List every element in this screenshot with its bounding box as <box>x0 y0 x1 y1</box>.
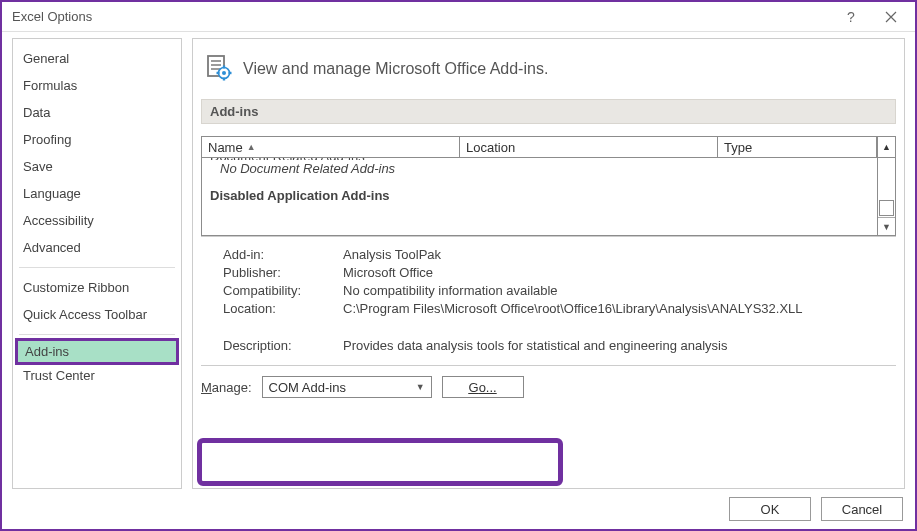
main-panel: View and manage Microsoft Office Add-ins… <box>192 38 905 489</box>
go-button[interactable]: Go... <box>442 376 524 398</box>
sidebar-item-save[interactable]: Save <box>13 153 181 180</box>
scroll-down-button[interactable]: ▼ <box>878 217 895 235</box>
detail-value-location: C:\Program Files\Microsoft Office\root\O… <box>343 301 892 316</box>
cancel-button[interactable]: Cancel <box>821 497 903 521</box>
sidebar-item-trust-center[interactable]: Trust Center <box>13 362 181 389</box>
detail-label: Publisher: <box>223 265 343 280</box>
grid-body[interactable]: Document Related Add-ins No Document Rel… <box>202 158 877 235</box>
tutorial-highlight <box>197 438 563 486</box>
manage-label: Manage: <box>201 380 252 395</box>
page-heading: View and manage Microsoft Office Add-ins… <box>243 60 548 78</box>
manage-select[interactable]: COM Add-ins ▼ <box>262 376 432 398</box>
chevron-down-icon: ▼ <box>882 222 891 232</box>
sidebar-item-accessibility[interactable]: Accessibility <box>13 207 181 234</box>
close-button[interactable] <box>871 3 911 31</box>
sidebar: General Formulas Data Proofing Save Lang… <box>12 38 182 489</box>
help-button[interactable]: ? <box>831 3 871 31</box>
close-icon <box>885 11 897 23</box>
chevron-down-icon: ▼ <box>416 382 425 392</box>
sidebar-item-formulas[interactable]: Formulas <box>13 72 181 99</box>
sort-asc-icon: ▲ <box>247 142 256 152</box>
svg-rect-9 <box>229 72 232 74</box>
scrollbar-thumb[interactable] <box>879 200 894 216</box>
empty-group-text: No Document Related Add-ins <box>206 160 873 177</box>
svg-rect-6 <box>223 66 225 69</box>
svg-point-5 <box>222 71 226 75</box>
detail-label: Add-in: <box>223 247 343 262</box>
detail-label: Description: <box>223 338 343 353</box>
chevron-up-icon: ▲ <box>882 142 891 152</box>
detail-value-description: Provides data analysis tools for statist… <box>343 338 892 353</box>
sidebar-separator <box>19 267 175 268</box>
titlebar: Excel Options ? <box>2 2 915 32</box>
group-header: Disabled Application Add-ins <box>206 187 873 204</box>
svg-rect-7 <box>223 78 225 81</box>
manage-selected-value: COM Add-ins <box>269 380 346 395</box>
detail-value-publisher: Microsoft Office <box>343 265 892 280</box>
column-name[interactable]: Name ▲ <box>202 137 460 157</box>
grid-header: Name ▲ Location Type ▲ <box>201 136 896 158</box>
detail-value-addin: Analysis ToolPak <box>343 247 892 262</box>
detail-value-compat: No compatibility information available <box>343 283 892 298</box>
sidebar-item-language[interactable]: Language <box>13 180 181 207</box>
column-type[interactable]: Type <box>718 137 877 157</box>
section-header: Add-ins <box>201 99 896 124</box>
svg-rect-8 <box>217 72 220 74</box>
sidebar-item-general[interactable]: General <box>13 45 181 72</box>
sidebar-item-advanced[interactable]: Advanced <box>13 234 181 261</box>
manage-bar: Manage: COM Add-ins ▼ Go... <box>201 376 896 404</box>
detail-label: Compatibility: <box>223 283 343 298</box>
window-title: Excel Options <box>12 9 831 24</box>
dialog-footer: OK Cancel <box>2 489 915 529</box>
sidebar-item-proofing[interactable]: Proofing <box>13 126 181 153</box>
scroll-up-button[interactable]: ▲ <box>877 137 895 157</box>
ok-button[interactable]: OK <box>729 497 811 521</box>
column-location[interactable]: Location <box>460 137 718 157</box>
sidebar-item-customize-ribbon[interactable]: Customize Ribbon <box>13 274 181 301</box>
addin-details: Add-in: Analysis ToolPak Publisher: Micr… <box>201 237 896 361</box>
sidebar-item-addins[interactable]: Add-ins <box>15 338 179 365</box>
sidebar-item-qat[interactable]: Quick Access Toolbar <box>13 301 181 328</box>
sidebar-item-data[interactable]: Data <box>13 99 181 126</box>
separator <box>201 365 896 366</box>
addins-icon <box>205 53 233 85</box>
vertical-scrollbar[interactable]: ▼ <box>877 158 895 235</box>
detail-label: Location: <box>223 301 343 316</box>
sidebar-separator <box>19 334 175 335</box>
